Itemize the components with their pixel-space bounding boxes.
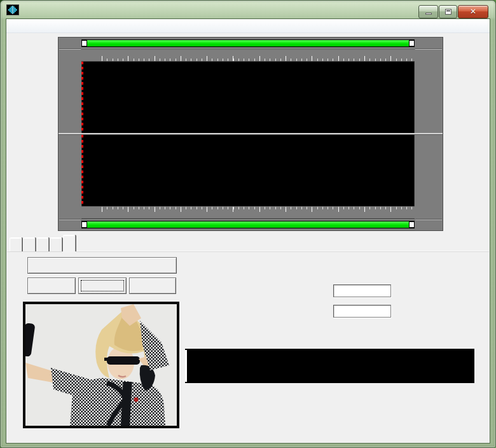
waveform-panel xyxy=(58,37,443,231)
maximize-icon xyxy=(445,9,451,15)
tab-waveform-settings[interactable] xyxy=(50,237,62,251)
maximize-button[interactable] xyxy=(439,5,457,18)
close-button[interactable]: ✕ xyxy=(458,5,488,18)
mini-playback-cursor xyxy=(185,350,187,382)
app-window: ✕ xyxy=(0,0,496,448)
app-icon xyxy=(6,4,19,15)
settings-tabstrip xyxy=(10,235,76,251)
panel-corner xyxy=(415,206,443,230)
waveform-canvas-ch1[interactable] xyxy=(81,62,415,133)
time-ruler-bottom xyxy=(81,206,415,219)
tab-media-file-playback[interactable] xyxy=(63,235,76,251)
panel-corner xyxy=(415,38,443,62)
waveform-scrollbar-top[interactable] xyxy=(81,39,415,47)
bottom-scrollbar-row xyxy=(81,219,415,230)
panel-corner xyxy=(59,206,81,230)
minimize-icon xyxy=(425,13,432,15)
playback-cursor xyxy=(81,135,83,206)
waveform-channel-2[interactable] xyxy=(81,135,415,206)
amplitude-scale-left-ch1 xyxy=(59,62,81,133)
scrollbar-handle-left[interactable] xyxy=(81,221,87,228)
menu-edit[interactable] xyxy=(21,25,32,27)
waveform-canvas-ch2[interactable] xyxy=(81,135,415,206)
tab-scrollbars-settings[interactable] xyxy=(36,237,49,251)
stop-button[interactable] xyxy=(129,277,176,294)
resume-button[interactable] xyxy=(78,277,127,294)
amplitude-scale-right-ch1 xyxy=(415,62,443,133)
client-area xyxy=(6,18,490,444)
minimize-button[interactable] xyxy=(418,5,438,18)
waveform-scrollbar-bottom[interactable] xyxy=(81,221,415,228)
tab-rulers-settings[interactable] xyxy=(23,237,36,251)
menu-zoom[interactable] xyxy=(32,25,44,27)
sound-duration-field xyxy=(333,284,391,297)
panel-corner xyxy=(59,38,81,62)
menu-help[interactable] xyxy=(44,25,55,27)
amplitude-scale-right-ch2 xyxy=(415,135,443,206)
top-scrollbar-row xyxy=(81,38,415,49)
title-bar[interactable]: ✕ xyxy=(1,1,495,18)
menu-waveform-analyzer[interactable] xyxy=(10,25,21,27)
sound-position-field xyxy=(333,305,391,318)
scrollbar-handle-right[interactable] xyxy=(409,40,415,46)
menu-bar xyxy=(6,19,490,33)
video-preview xyxy=(23,302,179,428)
tab-pane-edge xyxy=(7,251,489,251)
play-button[interactable] xyxy=(27,277,76,294)
mini-waveform-strip[interactable] xyxy=(185,349,474,383)
time-ruler-top xyxy=(81,49,415,62)
tab-general-settings[interactable] xyxy=(10,237,22,251)
scrollbar-handle-right[interactable] xyxy=(409,221,415,228)
video-frame-image xyxy=(25,304,177,426)
waveform-channel-1[interactable] xyxy=(81,62,415,133)
close-icon: ✕ xyxy=(458,7,488,16)
mini-waveform-canvas[interactable] xyxy=(185,349,474,383)
amplitude-scale-left-ch2 xyxy=(59,135,81,206)
scrollbar-handle-left[interactable] xyxy=(81,40,87,46)
playback-cursor xyxy=(81,62,83,133)
load-test-media-file-button[interactable] xyxy=(27,257,177,274)
